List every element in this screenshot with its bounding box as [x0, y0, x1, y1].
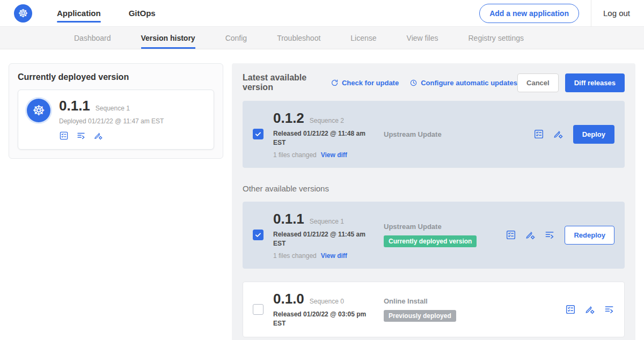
view-diff-link[interactable]: View diff — [321, 252, 347, 260]
version-select-checkbox[interactable] — [253, 129, 264, 139]
release-timestamp: Released 01/21/22 @ 11:48 am EST — [273, 129, 374, 148]
logs-icon[interactable] — [604, 304, 614, 315]
view-diff-link[interactable]: View diff — [321, 151, 347, 159]
subnav-tab-license[interactable]: License — [350, 27, 376, 49]
release-notes-icon[interactable] — [59, 131, 69, 141]
check-for-update-label: Check for update — [342, 79, 399, 87]
logs-icon[interactable] — [76, 131, 86, 141]
subnav-tab-config[interactable]: Config — [225, 27, 247, 49]
sequence-label: Sequence 0 — [310, 298, 344, 305]
add-application-button[interactable]: Add a new application — [479, 4, 579, 23]
release-notes-icon[interactable] — [506, 230, 516, 240]
kubernetes-app-icon: ☸ — [27, 99, 50, 122]
version-source-label: Online Install — [384, 297, 555, 305]
version-select-checkbox[interactable] — [253, 304, 264, 315]
cancel-button[interactable]: Cancel — [517, 73, 559, 92]
status-badge-previously-deployed: Previously deployed — [384, 310, 456, 322]
subnav-tab-dashboard[interactable]: Dashboard — [74, 27, 111, 49]
version-source-label: Upstream Update — [384, 223, 496, 231]
edit-config-icon[interactable] — [525, 230, 536, 240]
deployed-version-number: 0.1.1 — [59, 98, 90, 114]
subnav-tab-troubleshoot[interactable]: Troubleshoot — [277, 27, 320, 49]
check-icon — [254, 231, 262, 239]
deployed-timestamp: Deployed 01/21/22 @ 11:47 am EST — [59, 117, 164, 125]
currently-deployed-card: Currently deployed version ☸ 0.1.1 Seque… — [9, 63, 223, 159]
navbar-right: Add a new application Log out — [479, 0, 630, 27]
version-row-0-1-0: 0.1.0 Sequence 0 Released 01/20/22 @ 03:… — [243, 282, 625, 338]
sequence-label: Sequence 1 — [310, 218, 344, 225]
main-content: Currently deployed version ☸ 0.1.1 Seque… — [0, 49, 644, 340]
app-subnav: Dashboard Version history Config Trouble… — [0, 27, 644, 49]
top-navbar: ☸ Application GitOps Add a new applicati… — [0, 0, 644, 27]
deployed-card-title: Currently deployed version — [18, 72, 214, 82]
release-timestamp: Released 01/21/22 @ 11:45 am EST — [273, 230, 374, 249]
version-select-checkbox[interactable] — [253, 230, 264, 240]
tab-application[interactable]: Application — [57, 0, 101, 27]
release-notes-icon[interactable] — [565, 304, 576, 315]
sequence-label: Sequence 2 — [310, 117, 344, 124]
other-available-versions-label: Other available versions — [243, 184, 625, 193]
subnav-tab-version-history[interactable]: Version history — [141, 27, 195, 49]
redeploy-button[interactable]: Redeploy — [565, 226, 614, 245]
clock-icon — [409, 79, 418, 87]
edit-config-icon[interactable] — [93, 131, 103, 141]
edit-config-icon[interactable] — [553, 129, 564, 139]
files-changed-label: 1 files changed — [273, 252, 317, 260]
version-number: 0.1.0 — [273, 291, 304, 307]
navbar-divider — [591, 0, 591, 27]
configure-automatic-updates-link[interactable]: Configure automatic updates — [409, 79, 517, 87]
logout-button[interactable]: Log out — [603, 9, 630, 18]
refresh-icon — [331, 79, 339, 87]
logs-icon[interactable] — [544, 230, 555, 240]
files-changed-label: 1 files changed — [273, 151, 317, 159]
tab-gitops[interactable]: GitOps — [129, 0, 156, 27]
latest-version-title: Latest available version — [243, 73, 320, 92]
version-row-0-1-2: 0.1.2 Sequence 2 Released 01/21/22 @ 11:… — [243, 101, 625, 168]
release-timestamp: Released 01/20/22 @ 03:05 pm EST — [273, 310, 374, 329]
status-badge-currently-deployed: Currently deployed version — [384, 235, 477, 247]
subnav-tab-registry-settings[interactable]: Registry settings — [468, 27, 523, 49]
panel-header: Latest available version Check for updat… — [243, 73, 625, 92]
kubernetes-logo-icon: ☸ — [14, 4, 32, 23]
edit-config-icon[interactable] — [584, 304, 595, 315]
version-row-0-1-1: 0.1.1 Sequence 1 Released 01/21/22 @ 11:… — [243, 202, 625, 269]
configure-updates-label: Configure automatic updates — [421, 79, 517, 87]
version-source-label: Upstream Update — [384, 130, 524, 138]
subnav-tab-view-files[interactable]: View files — [407, 27, 438, 49]
deployed-version-card: ☸ 0.1.1 Sequence 1 Deployed 01/21/22 @ 1… — [18, 90, 214, 150]
version-number: 0.1.2 — [273, 110, 304, 127]
deploy-button[interactable]: Deploy — [573, 125, 614, 144]
deployed-sequence-label: Sequence 1 — [96, 105, 130, 112]
version-number: 0.1.1 — [273, 211, 304, 227]
check-icon — [254, 130, 262, 138]
version-history-panel: Latest available version Check for updat… — [232, 63, 635, 340]
diff-releases-button[interactable]: Diff releases — [565, 73, 625, 92]
release-notes-icon[interactable] — [533, 129, 544, 139]
navbar-tabs: Application GitOps — [57, 0, 156, 27]
check-for-update-link[interactable]: Check for update — [331, 79, 399, 87]
